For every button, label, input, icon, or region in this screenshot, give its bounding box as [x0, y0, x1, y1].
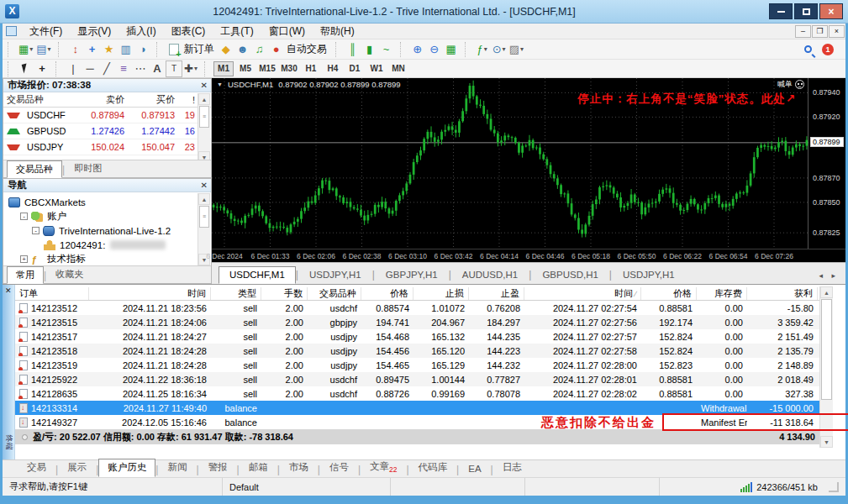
market-watch-row[interactable]: USDJPY150.024150.04723 [3, 139, 211, 155]
table-column-8[interactable]: 时间 ∕ [524, 287, 641, 300]
fibonacci-tool-button[interactable]: ≡ [115, 60, 132, 77]
resize-grip[interactable] [829, 482, 839, 492]
market-watch-row[interactable]: GBPUSD1.274261.2744216 [3, 123, 211, 139]
horizontal-line-tool-button[interactable]: ─ [82, 60, 98, 77]
autotrade-button[interactable]: ● [268, 41, 285, 58]
templates-button[interactable]: ▨▾ [508, 41, 525, 58]
timeframe-button-MN[interactable]: MN [388, 61, 408, 76]
terminal-drag-strip[interactable]: ✕ 终端 [3, 285, 15, 460]
close-button[interactable]: × [819, 3, 843, 19]
new-order-button[interactable] [166, 41, 182, 58]
menu-item-窗口(W)[interactable]: 窗口(W) [261, 25, 313, 37]
search-icon[interactable] [804, 45, 812, 53]
panel-tab-即时图[interactable]: 即时图 [65, 160, 111, 177]
chart-tab-scroll-arrows[interactable]: ◂ ▸ [819, 271, 839, 284]
child-close-button[interactable]: × [829, 25, 845, 38]
menu-item-插入(I)[interactable]: 插入(I) [119, 25, 163, 37]
table-row[interactable]: 1421235122024.11.21 18:23:56sell2.00usdc… [15, 301, 819, 315]
table-row[interactable]: 1421259222024.11.22 18:36:18sell2.00usdc… [15, 372, 819, 386]
new-chart-button[interactable]: ▦▾ [17, 41, 34, 58]
status-profile[interactable]: Default [223, 478, 391, 496]
terminal-tab-新闻[interactable]: 新闻 [158, 459, 196, 477]
chart-dropdown-icon[interactable]: ▼ [217, 81, 223, 87]
chart-tab-USDJPY,H1[interactable]: USDJPY,H1 [298, 266, 372, 284]
timeframe-button-W1[interactable]: W1 [366, 61, 387, 76]
data-window-button[interactable]: + [84, 41, 101, 58]
terminal-close-icon[interactable]: ✕ [5, 286, 12, 295]
terminal-tab-信号[interactable]: 信号 [320, 459, 358, 477]
table-column-2[interactable]: 类型 [211, 287, 261, 300]
market-watch-row[interactable]: USDCHF0.878940.8791319 [3, 108, 211, 123]
panel-tab-常用[interactable]: 常用 [7, 266, 44, 284]
child-minimize-button[interactable]: – [795, 25, 811, 38]
label-tool-button[interactable]: T [166, 60, 182, 77]
zoom-out-button[interactable]: ⊖ [426, 41, 443, 58]
periods-button[interactable]: ⊙▾ [491, 41, 508, 58]
market-watch-close-icon[interactable]: ✕ [201, 81, 208, 90]
table-row[interactable]: 1421235182024.11.21 18:24:28sell2.00usdj… [15, 344, 819, 358]
crosshair-tool-button[interactable]: + [34, 60, 50, 77]
table-column-9[interactable]: 价格 [641, 287, 697, 300]
table-row[interactable]: 1421235172024.11.21 18:24:27sell2.00usdj… [15, 329, 819, 344]
terminal-tab-交易[interactable]: 交易 [18, 459, 55, 477]
cursor-tool-button[interactable] [17, 60, 34, 77]
terminal-tab-市场[interactable]: 市场 [280, 459, 318, 477]
profiles-button[interactable]: ▤▾ [34, 41, 52, 58]
scroll-down-icon[interactable]: ▼ [820, 436, 833, 448]
menu-item-工具(T)[interactable]: 工具(T) [213, 25, 261, 37]
table-row[interactable]: 1421235192024.11.21 18:24:28sell2.00usdj… [15, 358, 819, 372]
table-column-0[interactable]: 订单 [15, 287, 89, 300]
bar-chart-button[interactable]: ║ [345, 41, 361, 58]
terminal-tab-展示[interactable]: 展示 [58, 459, 96, 477]
chart-tab-GBPUSD,H1[interactable]: GBPUSD,H1 [531, 266, 608, 284]
panel-tab-收藏夹[interactable]: 收藏夹 [46, 265, 92, 283]
table-column-3[interactable]: 手数 [261, 287, 308, 300]
table-row[interactable]: 1421235152024.11.21 18:24:06sell2.00gbpj… [15, 315, 819, 329]
navigator-toggle-button[interactable]: ★ [101, 41, 118, 58]
table-column-4[interactable]: 交易品种 [308, 287, 361, 300]
tree-item-12042491:[interactable]: 12042491: [3, 238, 211, 252]
table-column-5[interactable]: 价格 [361, 287, 413, 300]
table-column-11[interactable]: 获利 [747, 287, 818, 300]
table-column-7[interactable]: 止盈 [469, 287, 524, 300]
child-restore-button[interactable]: ❐ [812, 25, 828, 38]
tree-item-账户[interactable]: -账户 [3, 209, 211, 223]
vertical-line-tool-button[interactable]: | [65, 60, 82, 77]
indicators-button[interactable]: ƒ▾ [474, 41, 491, 58]
market-watch-scrollbar[interactable]: ▲ ≡ ▼ [198, 93, 210, 163]
menu-item-文件(F)[interactable]: 文件(F) [22, 25, 70, 37]
table-column-6[interactable]: 止损 [413, 287, 469, 300]
timeframe-button-M30[interactable]: M30 [279, 61, 299, 76]
chart-window[interactable]: ▼ USDCHF,M1 0.87902 0.87902 0.87899 0.87… [212, 78, 845, 284]
chart-pane[interactable]: ▼ USDCHF,M1 0.87902 0.87902 0.87899 0.87… [212, 78, 808, 249]
tree-item-TriveInternational-Live-1.2[interactable]: -TriveInternational-Live-1.2 [3, 223, 211, 238]
minimize-button[interactable] [769, 3, 793, 19]
text-tool-button[interactable]: A [149, 60, 166, 77]
timeframe-button-M5[interactable]: M5 [235, 61, 255, 76]
menu-item-显示(V)[interactable]: 显示(V) [70, 25, 119, 37]
column-ask[interactable]: 买价 [128, 93, 178, 106]
column-bid[interactable]: 卖价 [76, 93, 128, 106]
terminal-tab-EA[interactable]: EA [459, 461, 490, 477]
autotrade-label[interactable]: 自动交易 [287, 42, 327, 56]
candlestick-chart-button[interactable]: ▮ [361, 41, 378, 58]
expand-icon[interactable]: + [20, 255, 28, 263]
panel-tab-交易品种[interactable]: 交易品种 [7, 160, 62, 178]
trendline-tool-button[interactable]: ╱ [98, 60, 115, 77]
terminal-tab-文章[interactable]: 文章22 [361, 458, 406, 477]
community-button[interactable]: ☻ [234, 41, 251, 58]
tree-item-技术指标[interactable]: +ƒ技术指标 [3, 252, 211, 265]
table-column-1[interactable]: 时间 [89, 287, 211, 300]
collapse-icon[interactable]: - [32, 227, 40, 234]
notification-badge[interactable]: 1 [822, 44, 834, 55]
maximize-button[interactable] [794, 3, 818, 19]
metaeditor-button[interactable]: ◆ [218, 41, 234, 58]
market-watch-toggle-button[interactable]: ↕ [67, 41, 84, 58]
timeframe-button-M15[interactable]: M15 [257, 61, 277, 76]
arrows-tool-button[interactable]: ✚▾ [182, 60, 199, 77]
table-row[interactable]: 1421493272024.12.05 15:16:46balanceManif… [15, 415, 819, 429]
ea-status[interactable]: 喊单 [777, 79, 804, 90]
table-column-10[interactable]: 库存费 [697, 287, 747, 300]
channel-tool-button[interactable]: ⋯ [132, 60, 149, 77]
chart-tab-GBPJPY,H1[interactable]: GBPJPY,H1 [375, 266, 449, 284]
